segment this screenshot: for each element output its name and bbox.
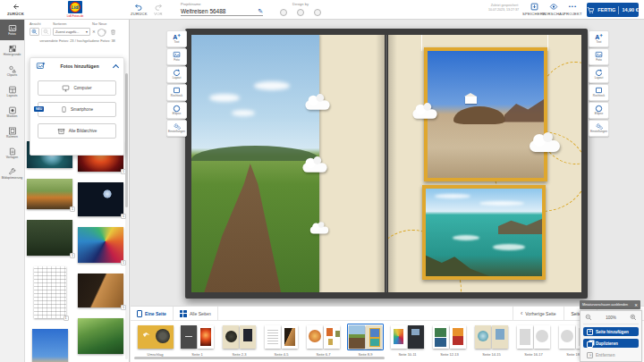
paper-cloud-decoration[interactable]	[412, 109, 436, 118]
page-left[interactable]	[191, 35, 385, 292]
layout-tool-button[interactable]: Layout	[589, 66, 609, 83]
photo-thumb-motorcycle[interactable]: 1	[27, 179, 72, 209]
undo-label: ZURÜCK	[131, 12, 148, 16]
road-landscape-photo[interactable]	[191, 35, 319, 292]
close-icon[interactable]: ✕	[634, 303, 638, 307]
sidebar-item-layouts[interactable]: Layouts	[0, 81, 24, 102]
design-variant-3-button[interactable]	[314, 9, 321, 16]
settings-tool-button[interactable]: Einstellungen	[589, 120, 609, 137]
remove-page-button[interactable]: Entfernen	[583, 350, 639, 359]
rectangle-tool-button[interactable]: Rechteck	[166, 84, 187, 101]
eye-icon	[549, 2, 558, 11]
thumbnails-zoom-out-button[interactable]	[41, 28, 51, 36]
mask-icon	[8, 106, 17, 114]
back-button[interactable]: ZURÜCK	[7, 2, 24, 16]
only-new-toggle[interactable]: ✕	[92, 29, 106, 34]
undo-button[interactable]: ZURÜCK	[131, 2, 148, 16]
previous-page-button[interactable]: ‹ Vorherige Seite	[513, 307, 564, 320]
zoom-in-icon[interactable]	[630, 314, 637, 321]
photo-frame-chapel[interactable]	[424, 47, 547, 181]
photo-thumb-color-fan[interactable]: 1	[78, 227, 123, 263]
lidl-logo[interactable]: Lidl Lidl-Fotos.de	[66, 1, 84, 18]
thumbnails-zoom-in-button[interactable]	[30, 28, 39, 36]
sidebar-item-masken[interactable]: Masken	[0, 102, 24, 122]
photo-thumb-palm-beach[interactable]	[32, 329, 68, 362]
page-right[interactable]	[388, 35, 581, 292]
filmstrip-page-14-15[interactable]: Seite 14-15	[470, 321, 513, 362]
zoom-value: 100%	[606, 316, 616, 320]
duplicate-page-button[interactable]: Duplizieren	[583, 339, 639, 348]
undo-icon	[134, 2, 143, 11]
paper-cloud-decoration[interactable]	[530, 140, 560, 152]
sort-dropdown[interactable]: Zuerst zugefü... ▾	[53, 28, 90, 36]
paper-cloud-decoration[interactable]	[305, 100, 329, 109]
photo-thumb-moon[interactable]: 1	[78, 182, 123, 216]
design-variant-1-button[interactable]	[280, 9, 287, 16]
duplicate-icon	[587, 341, 593, 348]
text-tool-button[interactable]: A⁺Text	[589, 30, 609, 47]
sidebar-item-fotos[interactable]: Fotos	[0, 20, 24, 40]
ellipse-tool-button[interactable]: Ellipse	[589, 102, 609, 119]
add-photos-toggle[interactable]: Fotos hinzufügen	[30, 58, 123, 74]
sidebar-item-vorlagen[interactable]: Vorlagen	[0, 143, 24, 164]
all-pages-view-button[interactable]: Alle Seiten	[174, 307, 218, 320]
filmstrip-scrollbar[interactable]	[134, 357, 385, 359]
chevron-up-icon	[113, 63, 119, 70]
design-variant-2-button[interactable]	[297, 9, 304, 16]
ellipse-tool-button[interactable]: Ellipse	[166, 102, 187, 119]
add-page-button[interactable]: Seite hinzufügen	[583, 327, 639, 336]
photo-thumb-building[interactable]: 1	[34, 266, 66, 318]
text-tool-button[interactable]: A⁺Text	[166, 30, 187, 47]
finish-divider	[618, 6, 619, 14]
source-archive-button[interactable]: Alte Bildarchive	[38, 123, 116, 139]
project-menu-button[interactable]: ••• PROJEKT	[564, 2, 582, 16]
toggle-switch[interactable]	[97, 29, 106, 34]
redo-button[interactable]: VOR	[154, 2, 163, 16]
preview-button[interactable]: VORSCHAU	[542, 2, 564, 16]
filmstrip-page-10-11[interactable]: Seite 10-11	[386, 321, 428, 362]
photo-tool-button[interactable]: Foto	[166, 48, 187, 65]
photo-thumb-jungle[interactable]	[78, 318, 123, 354]
edit-pencil-icon[interactable]: ✎	[258, 8, 263, 14]
coast-photo	[426, 189, 542, 276]
finish-label: FERTIG	[597, 7, 615, 13]
source-smartphone-button[interactable]: NEU Smartphone	[38, 102, 116, 117]
trash-icon[interactable]	[110, 29, 116, 36]
single-page-icon	[137, 310, 142, 317]
last-saved-value: 10.07.2023, 13:27:37	[481, 8, 519, 13]
filmstrip-page-16-17[interactable]: Seite 16-17	[513, 321, 555, 362]
settings-tool-button[interactable]: Einstellungen	[166, 120, 187, 137]
source-computer-button[interactable]: Computer	[38, 80, 116, 96]
canvas-tools-right: A⁺Text Foto Layout Rechteck Ellipse Eins…	[589, 30, 609, 137]
photobook-editor-window: ZURÜCK Lidl Lidl-Fotos.de ZURÜCK VOR Pro…	[0, 0, 644, 362]
background-icon	[8, 45, 17, 53]
sidebar-item-rahmen[interactable]: Rahmen	[0, 122, 24, 143]
paper-cloud-decoration[interactable]	[310, 227, 328, 234]
pages-toolbar: Eine Seite Alle Seiten ‹ Vorherige Seite…	[131, 306, 644, 321]
photo-thumb-dog[interactable]: 1	[27, 220, 72, 256]
canvas-tools-left: A⁺Text Foto Layout Rechteck Ellipse Eins…	[166, 30, 187, 137]
zoom-out-icon[interactable]	[585, 314, 592, 321]
new-badge: NEU	[34, 106, 44, 112]
sidebar-item-hintergruende[interactable]: Hintergründe	[0, 40, 24, 61]
layout-tool-button[interactable]: Layout	[166, 66, 187, 83]
photo-thumb-sand-dune[interactable]: 1	[78, 274, 123, 307]
project-name-value[interactable]: Weltreisen 56488	[181, 8, 225, 14]
paper-cloud-decoration[interactable]	[302, 163, 326, 172]
sidebar-item-bildoptimierung[interactable]: Bildoptimierung	[0, 164, 24, 184]
arrow-left-icon	[11, 2, 20, 11]
project-menu-label: PROJEKT	[564, 12, 582, 16]
layout-cycle-icon	[595, 69, 603, 76]
usage-count-badge: 1	[64, 316, 69, 321]
photo-frame-coast[interactable]	[422, 185, 546, 280]
filmstrip-page-12-13[interactable]: Seite 12-13	[428, 321, 470, 362]
finish-order-button[interactable]: FERTIG 14,90 €	[587, 3, 639, 17]
photo-tool-button[interactable]: Foto	[589, 48, 609, 65]
wrench-icon	[8, 168, 17, 176]
one-page-view-button[interactable]: Eine Seite	[131, 307, 174, 320]
monitor-icon	[62, 85, 70, 92]
rectangle-tool-button[interactable]: Rechteck	[589, 84, 609, 101]
preview-label: VORSCHAU	[542, 12, 564, 16]
hide-thumbnails-tooltip: Miniaturvorschauen ausblenden ✕	[580, 300, 640, 309]
sidebar-item-cliparts[interactable]: Cliparts	[0, 61, 24, 81]
